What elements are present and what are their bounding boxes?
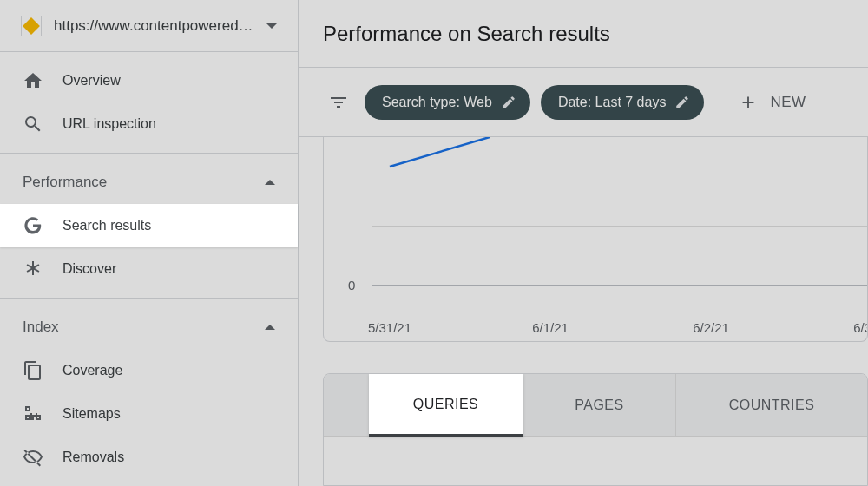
chart-line [372, 137, 867, 290]
home-icon [23, 70, 43, 91]
plus-icon [739, 93, 758, 112]
chart-x-tick: 6/1/21 [532, 320, 569, 335]
page-title: Performance on Search results [323, 22, 610, 46]
removals-icon [23, 447, 43, 468]
nav-url-inspection-label: URL inspection [62, 116, 156, 132]
chart-y-tick-0: 0 [348, 278, 355, 292]
tab-countries[interactable]: COUNTRIES [676, 374, 867, 437]
new-filter-button[interactable]: NEW [725, 85, 819, 120]
chart-x-tick: 6/3/21 [853, 320, 868, 335]
coverage-icon [23, 360, 43, 381]
chip-date-label: Date: Last 7 days [558, 95, 667, 110]
nav-section-index[interactable]: Index [0, 305, 298, 349]
filter-bar: Search type: Web Date: Last 7 days NEW [299, 68, 868, 137]
nav-removals-label: Removals [62, 450, 124, 465]
tabs-card: QUERIES PAGES COUNTRIES [323, 373, 868, 486]
chevron-down-icon [266, 23, 277, 29]
nav-overview-label: Overview [62, 73, 121, 89]
chevron-up-icon [265, 180, 275, 185]
nav-discover[interactable]: Discover [0, 247, 298, 291]
nav-coverage[interactable]: Coverage [0, 349, 298, 392]
nav-section-index-label: Index [23, 319, 59, 336]
tab-countries-label: COUNTRIES [729, 397, 815, 413]
nav-removals[interactable]: Removals [0, 436, 298, 479]
chart-x-tick: 5/31/21 [368, 320, 411, 335]
chip-search-type-label: Search type: Web [382, 95, 492, 110]
main: Performance on Search results Search typ… [299, 0, 868, 486]
chip-date[interactable]: Date: Last 7 days [541, 85, 705, 120]
new-filter-label: NEW [770, 94, 806, 111]
pencil-icon [501, 95, 516, 110]
site-favicon [21, 16, 42, 36]
pencil-icon [674, 95, 690, 110]
nav-group-top: Overview URL inspection [0, 52, 298, 154]
tab-queries-label: QUERIES [413, 397, 479, 412]
nav-section-performance[interactable]: Performance [0, 161, 298, 204]
tab-queries[interactable]: QUERIES [369, 374, 523, 437]
nav-sitemaps-label: Sitemaps [62, 406, 121, 422]
site-url: https://www.contentpowered… [54, 17, 254, 35]
nav-sitemaps[interactable]: Sitemaps [0, 392, 298, 436]
chart-card: 0 5/31/21 6/1/21 6/2/21 6/3/21 [323, 137, 868, 342]
chevron-up-icon [265, 325, 275, 330]
tab-pages[interactable]: PAGES [523, 374, 676, 437]
tab-content [324, 437, 867, 486]
tab-pages-label: PAGES [575, 397, 623, 413]
google-icon [23, 215, 43, 236]
search-icon [23, 114, 43, 135]
nav-group-index: Index Coverage Sitemaps Removals [0, 299, 298, 486]
chart-area: 0 [372, 137, 867, 289]
asterisk-icon [23, 259, 43, 279]
filter-icon[interactable] [323, 87, 354, 118]
nav-section-performance-label: Performance [23, 174, 107, 191]
nav-discover-label: Discover [62, 261, 116, 277]
nav-search-results-label: Search results [62, 218, 151, 233]
site-selector[interactable]: https://www.contentpowered… [0, 0, 298, 52]
nav-group-performance: Performance Search results Discover [0, 154, 298, 299]
nav-url-inspection[interactable]: URL inspection [0, 102, 298, 146]
tabs-row: QUERIES PAGES COUNTRIES [324, 374, 867, 437]
tabs-spacer [324, 374, 369, 437]
sidebar: https://www.contentpowered… Overview URL… [0, 0, 299, 486]
chip-search-type[interactable]: Search type: Web [365, 85, 530, 120]
nav-overview[interactable]: Overview [0, 59, 298, 102]
main-header: Performance on Search results [299, 0, 868, 68]
nav-coverage-label: Coverage [62, 363, 122, 378]
chart-x-tick: 6/2/21 [693, 320, 729, 335]
sitemaps-icon [23, 404, 43, 424]
nav-search-results[interactable]: Search results [0, 204, 298, 247]
